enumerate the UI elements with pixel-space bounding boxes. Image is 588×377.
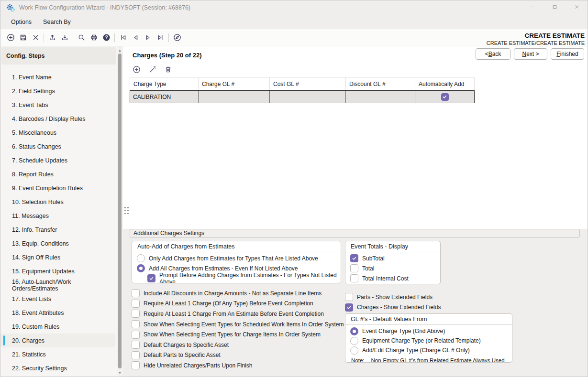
toolbar-nav-first-button[interactable] [117, 32, 129, 44]
checkbox[interactable] [132, 289, 140, 297]
sidebar-item-15-equipment-updates[interactable]: 15. Equipment Updates [0, 264, 115, 278]
grid-wand-button[interactable] [146, 64, 158, 75]
column-header-cost-gl[interactable]: Cost GL # [270, 77, 346, 90]
toolbar-nav-previous-button[interactable] [129, 32, 142, 44]
toolbar-import-button[interactable] [58, 32, 71, 44]
sidebar-item-10-selection-rules[interactable]: 10. Selection Rules [0, 195, 115, 209]
sidebar-item-19-custom-rules[interactable]: 19. Custom Rules [0, 320, 115, 334]
wizard-header: CREATE ESTIMATE CREATE ESTIMATE/CREATE E… [487, 32, 585, 46]
column-header-charge-type[interactable]: Charge Type [130, 77, 199, 90]
checkbox-row-parts-show-extended-fields[interactable]: Parts - Show Extended Fields [345, 292, 517, 302]
sidebar-scrollbar[interactable]: ▲ ▼ [117, 46, 123, 377]
sidebar-item-21-statistics[interactable]: 21. Statistics [0, 347, 115, 361]
cell-automatically-add[interactable] [415, 91, 474, 103]
sidebar-item-13-equip-conditions[interactable]: 13. Equip. Conditions [0, 237, 115, 250]
radio-row-only-add-charges-from-estimates-for-types-that-are-listed-above[interactable]: Only Add Charges from Estimates for Type… [132, 253, 341, 263]
sidebar-item-1-event-name[interactable]: 1. Event Name [0, 70, 115, 84]
checkbox[interactable] [147, 274, 155, 282]
toolbar-delete-button[interactable] [29, 32, 42, 44]
radio-button[interactable] [350, 337, 358, 345]
radio-button[interactable] [137, 264, 145, 272]
toolbar-help-button[interactable]: ? [100, 32, 112, 44]
radio-button[interactable] [350, 346, 358, 355]
toolbar-save-button[interactable] [17, 32, 29, 44]
column-header-automatically-add[interactable]: Automatically Add [415, 77, 475, 90]
column-header-charge-gl[interactable]: Charge GL # [199, 77, 270, 90]
menu-item-options[interactable]: Options [11, 19, 32, 25]
toolbar-add-circle-button[interactable] [4, 32, 17, 44]
sidebar-item-17-event-lists[interactable]: 17. Event Lists [0, 292, 115, 306]
grid-trash-button[interactable] [162, 64, 174, 75]
auto-add-rows: Only Add Charges from Estimates for Type… [132, 252, 341, 283]
radio-button[interactable] [137, 254, 145, 262]
automatically-add-checkbox[interactable] [441, 93, 449, 101]
checkbox[interactable] [345, 303, 353, 312]
sidebar-item-3-event-tabs[interactable]: 3. Event Tabs [0, 98, 115, 112]
radio-row-event-charge-type-grid-above[interactable]: Event Charge Type (Grid Above) [345, 326, 512, 336]
column-header-discount-gl[interactable]: Discount GL # [346, 77, 415, 90]
note-text: Non-Empty GL #'s from Related Estimate A… [371, 357, 505, 363]
toolbar-print-button[interactable] [88, 32, 100, 44]
menu-item-search-by[interactable]: Search By [43, 19, 71, 25]
sidebar-item-6-status-changes[interactable]: 6. Status Changes [0, 140, 115, 153]
table-row[interactable]: CALIBRATION [130, 90, 475, 103]
scrollbar-thumb[interactable] [118, 54, 122, 368]
checkbox[interactable] [350, 274, 358, 282]
radio-row-equipment-charge-type-or-related-template[interactable]: Equipment Charge Type (or Related Templa… [345, 336, 512, 345]
sidebar-item-20-charges[interactable]: 20. Charges [0, 334, 115, 347]
radio-button[interactable] [350, 327, 358, 335]
sidebar-item-22-security-settings[interactable]: 22. Security Settings [0, 361, 115, 375]
next-button[interactable]: Next > [514, 48, 547, 60]
close-button[interactable] [566, 0, 588, 15]
sidebar-item-4-barcodes-display-rules[interactable]: 4. Barcodes / Display Rules [0, 112, 115, 126]
event-totals-group: Event Totals - Display SubTotalTotalTota… [345, 241, 441, 284]
scroll-down-icon[interactable]: ▼ [117, 370, 123, 376]
checkbox[interactable] [132, 361, 140, 369]
sidebar-item-label: 4. Barcodes / Display Rules [12, 116, 86, 122]
toolbar-nav-next-button[interactable] [142, 32, 154, 44]
toolbar-search-button[interactable] [75, 32, 88, 44]
cell-discount-gl[interactable] [346, 91, 415, 103]
sidebar-item-9-event-completion-rules[interactable]: 9. Event Completion Rules [0, 181, 115, 195]
checkbox[interactable] [132, 320, 140, 328]
scroll-up-icon[interactable]: ▲ [117, 47, 123, 53]
application-window: Work Flow Configuration Wizard - INDYSOF… [0, 0, 588, 377]
toolbar-compass-button[interactable] [171, 32, 183, 44]
sidebar-item-12-info-transfer[interactable]: 12. Info. Transfer [0, 223, 115, 237]
checkbox[interactable] [132, 331, 140, 339]
minimize-button[interactable] [521, 0, 544, 15]
cell-cost-gl[interactable] [270, 91, 346, 103]
cell-charge-type[interactable]: CALIBRATION [130, 91, 199, 103]
grid-body: CALIBRATION [130, 90, 475, 103]
back-button[interactable]: < Back [476, 48, 510, 60]
sidebar-item-16-auto-launch-work-orders-estimates[interactable]: 16. Auto-Launch/Work Orders/Estimates [0, 278, 115, 292]
sidebar-item-8-report-rules[interactable]: 8. Report Rules [0, 167, 115, 181]
grid-header-row: Charge TypeCharge GL #Cost GL #Discount … [130, 77, 475, 90]
checkbox[interactable] [132, 351, 140, 359]
checkbox[interactable] [132, 341, 140, 349]
sidebar-item-11-messages[interactable]: 11. Messages [0, 209, 115, 223]
sidebar-item-14-sign-off-rules[interactable]: 14. Sign Off Rules [0, 250, 115, 264]
sidebar-item-7-schedule-updates[interactable]: 7. Schedule Updates [0, 153, 115, 167]
checkbox[interactable] [350, 264, 358, 272]
checkbox[interactable] [132, 300, 140, 308]
cell-charge-gl[interactable] [199, 91, 270, 103]
toolbar-nav-last-button[interactable] [154, 32, 166, 44]
checkbox-row-total-internal-cost[interactable]: Total Internal Cost [345, 273, 440, 283]
checkbox[interactable] [350, 254, 358, 262]
finished-button[interactable]: Finished [551, 48, 584, 60]
checkbox[interactable] [132, 310, 140, 318]
splitter-handle[interactable] [124, 207, 129, 215]
checkbox-row-prompt-before-adding-charges-from-estimates-for-types-not-listed-above[interactable]: Prompt Before Adding Charges from Estima… [132, 273, 341, 283]
toolbar-export-button[interactable] [46, 32, 58, 44]
checkbox[interactable] [345, 293, 353, 301]
checkbox-row-subtotal[interactable]: SubTotal [345, 253, 440, 263]
checkbox-row-total[interactable]: Total [345, 263, 440, 273]
grid-add-circle-button[interactable] [131, 64, 142, 75]
sidebar-item-5-miscellaneous[interactable]: 5. Miscellaneous [0, 126, 115, 140]
sidebar-item-2-field-settings[interactable]: 2. Field Settings [0, 84, 115, 98]
checkbox-row-charges-show-extended-fields[interactable]: Charges - Show Extended Fields [345, 302, 517, 313]
radio-row-add-edit-charge-type-charge-gl-only[interactable]: Add/Edit Charge Type (Charge GL # Only) [345, 345, 512, 355]
maximize-button[interactable] [544, 0, 566, 15]
sidebar-item-18-event-attributes[interactable]: 18. Event Attributes [0, 306, 115, 320]
